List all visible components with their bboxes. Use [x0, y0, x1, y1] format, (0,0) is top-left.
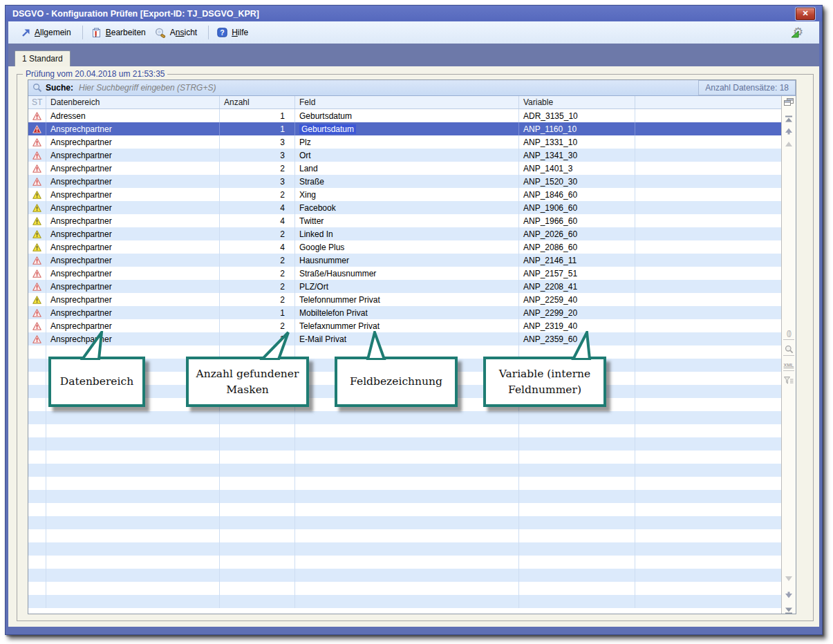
- callout-variable: Variable (interne Feldnummer): [483, 357, 606, 407]
- warning-yellow-icon: [32, 243, 41, 252]
- callout-feld: Feldbezeichnung: [335, 357, 458, 407]
- table-row[interactable]: Adressen1GeburtsdatumADR_3135_10: [28, 109, 781, 122]
- zoom-icon[interactable]: [783, 343, 794, 356]
- cell-feld: Telefonnummer Privat: [295, 293, 519, 306]
- cell-variable: ANP_2299_20: [519, 306, 635, 319]
- search-bar: Suche: Hier Suchbegriff eingeben (STRG+S…: [28, 80, 796, 96]
- cell-filler: [635, 240, 781, 254]
- xml-export-icon[interactable]: XML: [783, 359, 794, 371]
- search-input[interactable]: Hier Suchbegriff eingeben (STRG+S): [79, 83, 698, 93]
- empty-row: [28, 582, 781, 595]
- fit-columns-icon[interactable]: (|): [783, 327, 794, 340]
- table-row[interactable]: Ansprechpartner3StraßeANP_1520_30: [28, 175, 781, 188]
- cell-anzahl: 3: [220, 149, 295, 162]
- header-feld[interactable]: Feld: [295, 96, 519, 108]
- cell-feld: Linked In: [295, 227, 519, 240]
- cell-anzahl: 2: [220, 162, 295, 175]
- row-down-icon[interactable]: [783, 589, 794, 600]
- table-row[interactable]: Ansprechpartner3OrtANP_1341_30: [28, 149, 781, 162]
- callout-text: Feldbezeichnung: [350, 374, 442, 389]
- table-row[interactable]: Ansprechpartner3PlzANP_1331_10: [28, 135, 781, 149]
- cell-variable: ANP_2319_40: [519, 319, 635, 332]
- table-row[interactable]: Ansprechpartner4FacebookANP_1906_60: [28, 201, 781, 214]
- table-row[interactable]: Ansprechpartner2LandANP_1401_3: [28, 162, 781, 175]
- table-row[interactable]: Ansprechpartner1Mobiltelefon PrivatANP_2…: [28, 306, 781, 319]
- column-chooser-icon[interactable]: [783, 97, 794, 108]
- empty-row: [28, 477, 781, 490]
- cell-filler: [635, 214, 781, 227]
- cell-filler: [635, 122, 781, 135]
- table-row[interactable]: Ansprechpartner4TwitterANP_1966_60: [28, 214, 781, 227]
- cell-anzahl: 3: [220, 175, 295, 188]
- status-cell: [28, 122, 46, 135]
- table-row[interactable]: Ansprechpartner2Linked InANP_2026_60: [28, 227, 781, 240]
- cell-anzahl: 2: [220, 332, 295, 345]
- cell-filler: [635, 188, 781, 201]
- warning-yellow-icon: [32, 230, 41, 238]
- cell-variable: ADR_3135_10: [519, 109, 635, 122]
- table-row[interactable]: Ansprechpartner2Telefonnummer PrivatANP_…: [28, 293, 781, 306]
- status-cell: [28, 267, 46, 280]
- cell-datenbereich: Ansprechpartner: [46, 175, 220, 188]
- cell-datenbereich: Ansprechpartner: [46, 135, 220, 149]
- empty-row: [28, 556, 781, 569]
- status-cell: [28, 280, 46, 293]
- scroll-to-bottom-icon[interactable]: [783, 605, 794, 614]
- table-row[interactable]: Ansprechpartner2PLZ/OrtANP_2208_41: [28, 280, 781, 293]
- scroll-to-top-icon[interactable]: [783, 113, 794, 124]
- empty-row: [28, 464, 781, 477]
- filter-icon[interactable]: [783, 375, 794, 386]
- scroll-up-icon[interactable]: [783, 138, 794, 149]
- table-row[interactable]: Ansprechpartner1GeburtsdatumANP_1160_10: [28, 122, 781, 135]
- status-cell: [28, 201, 46, 214]
- cell-variable: ANP_2208_41: [519, 280, 635, 293]
- cell-datenbereich: Ansprechpartner: [46, 319, 220, 332]
- cell-feld: Plz: [295, 135, 519, 149]
- table-row[interactable]: Ansprechpartner2Straße/HausnummerANP_215…: [28, 267, 781, 280]
- cell-filler: [635, 267, 781, 280]
- cell-datenbereich: Ansprechpartner: [46, 332, 220, 345]
- table-row[interactable]: Ansprechpartner2HausnummerANP_2146_11: [28, 254, 781, 267]
- scroll-down-icon[interactable]: [783, 573, 794, 584]
- cell-variable: ANP_2146_11: [519, 254, 635, 267]
- cell-variable: ANP_1401_3: [519, 162, 635, 175]
- header-variable[interactable]: Variable: [519, 96, 635, 108]
- menu-items: AllgemeinBearbeitenAnsicht?Hilfe: [17, 25, 254, 40]
- cell-filler: [635, 201, 781, 214]
- warning-red-icon: [32, 138, 41, 146]
- run-export-button[interactable]: ⚙: [793, 26, 807, 39]
- green-run-arrow-icon: [792, 30, 799, 40]
- warning-red-icon: [32, 322, 41, 330]
- menu-item-ansicht[interactable]: Ansicht: [152, 25, 203, 40]
- cell-filler: [635, 227, 781, 240]
- cell-filler: [635, 109, 781, 122]
- cell-datenbereich: Ansprechpartner: [46, 293, 220, 306]
- status-cell: [28, 227, 46, 240]
- cell-datenbereich: Ansprechpartner: [46, 254, 220, 267]
- empty-row: [28, 569, 781, 582]
- title-bar[interactable]: DSGVO - Konfiguration Prüfen [Export-ID:…: [6, 6, 822, 21]
- menu-item-allgemein[interactable]: Allgemein: [17, 25, 77, 40]
- table-row[interactable]: Ansprechpartner4Google PlusANP_2086_60: [28, 240, 781, 254]
- header-datenbereich[interactable]: Datenbereich: [46, 96, 220, 108]
- cell-feld: E-Mail Privat: [295, 332, 519, 345]
- menu-item-hilfe[interactable]: ?Hilfe: [214, 25, 254, 40]
- cell-anzahl: 2: [220, 280, 295, 293]
- cell-datenbereich: Ansprechpartner: [46, 162, 220, 175]
- table-row[interactable]: Ansprechpartner2Telefaxnummer PrivatANP_…: [28, 319, 781, 332]
- cell-anzahl: 2: [220, 319, 295, 332]
- menu-item-bearbeiten[interactable]: Bearbeiten: [88, 25, 152, 40]
- table-row[interactable]: Ansprechpartner2XingANP_1846_60: [28, 188, 781, 201]
- cell-anzahl: 2: [220, 254, 295, 267]
- table-row[interactable]: Ansprechpartner2E-Mail PrivatANP_2359_60: [28, 332, 781, 345]
- header-anzahl[interactable]: Anzahl: [220, 96, 295, 108]
- cell-datenbereich: Ansprechpartner: [46, 201, 220, 214]
- header-row: ST Datenbereich Anzahl Feld Variable: [28, 96, 781, 109]
- cell-feld: Facebook: [295, 201, 519, 214]
- empty-row: [28, 437, 781, 451]
- close-button[interactable]: ✕: [796, 8, 815, 20]
- cell-variable: ANP_2259_40: [519, 293, 635, 306]
- tab-standard[interactable]: 1 Standard: [15, 50, 71, 66]
- header-st[interactable]: ST: [28, 96, 46, 108]
- row-up-icon[interactable]: [783, 126, 794, 137]
